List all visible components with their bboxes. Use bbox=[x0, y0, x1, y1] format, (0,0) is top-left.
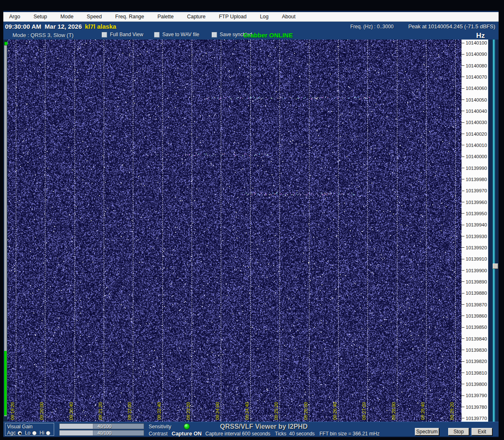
freq-tick-mark bbox=[462, 316, 464, 316]
freq-tick-mark bbox=[462, 179, 464, 179]
checkbox-option[interactable]: Full Band View bbox=[102, 32, 143, 37]
checkbox-label: Full Band View bbox=[110, 32, 143, 37]
menu-item[interactable]: Setup bbox=[32, 13, 49, 20]
action-button[interactable]: Exit bbox=[472, 428, 492, 435]
menu-item[interactable]: Log bbox=[258, 13, 270, 20]
freq-tick-mark bbox=[462, 213, 464, 214]
freq-tick-mark bbox=[462, 384, 464, 384]
peak-readout: Peak at 10140054.245 (-71.5 dBFS) bbox=[408, 23, 495, 30]
option-checkboxes: Full Band View Save to WAV file Save syn… bbox=[102, 32, 263, 37]
frequency-marker-thumb[interactable] bbox=[493, 264, 498, 269]
freq-tick-mark bbox=[462, 293, 464, 293]
frequency-label: 10139860 bbox=[462, 313, 488, 318]
frequency-label: 10139870 bbox=[462, 302, 488, 307]
checkbox-option[interactable]: Save to WAV file bbox=[154, 32, 200, 37]
freq-value: 10140090 bbox=[466, 52, 487, 57]
waterfall-display[interactable] bbox=[7, 40, 462, 422]
freq-tick-mark bbox=[462, 338, 464, 339]
frequency-label: 10140070 bbox=[462, 75, 488, 80]
freq-tick-mark bbox=[462, 395, 464, 396]
header-row: 09:30:00 AM Mar 12, 2026 kl7l alaska Fre… bbox=[3, 22, 499, 31]
menu-item[interactable]: Argo bbox=[7, 13, 22, 20]
freq-axis-unit: Hz bbox=[476, 32, 485, 40]
freq-value: 10140100 bbox=[466, 40, 487, 45]
freq-value: 10139930 bbox=[466, 234, 487, 239]
freq-value: 10140040 bbox=[466, 109, 487, 114]
menu-item[interactable]: Freq. Range bbox=[114, 13, 146, 20]
freq-value: 10139960 bbox=[466, 200, 487, 205]
freq-value: 10139870 bbox=[466, 302, 487, 307]
frequency-label: 10139820 bbox=[462, 359, 488, 364]
frequency-label: 10139850 bbox=[462, 325, 488, 330]
frequency-label: 10139840 bbox=[462, 336, 488, 341]
freq-tick-mark bbox=[462, 88, 464, 89]
control-bar: Visual Gain Agc Lo Hi 40/100 40/100 Sens… bbox=[3, 422, 499, 436]
menu-item[interactable]: Capture bbox=[185, 13, 207, 20]
checkbox-icon[interactable] bbox=[212, 32, 217, 37]
frequency-label: 10139770 bbox=[462, 416, 488, 421]
freq-value: 10140050 bbox=[466, 97, 487, 102]
capture-progress-fill bbox=[4, 351, 7, 415]
menu-bar: ArgoSetupModeSpeedFreq. RangePaletteCapt… bbox=[3, 12, 499, 22]
frequency-label: 10139910 bbox=[462, 256, 488, 261]
freq-value: 10139980 bbox=[466, 177, 487, 182]
freq-value: 10139840 bbox=[466, 336, 487, 341]
freq-tick-mark bbox=[462, 225, 464, 225]
freq-tick-mark bbox=[462, 77, 464, 77]
freq-value: 10139790 bbox=[466, 393, 487, 398]
freq-value: 10140020 bbox=[466, 132, 487, 137]
frequency-label: 10140020 bbox=[462, 132, 488, 137]
frequency-label: 10140090 bbox=[462, 52, 488, 57]
freq-value: 10139820 bbox=[466, 359, 487, 364]
frequency-label: 10139950 bbox=[462, 211, 488, 216]
freq-value: 10139940 bbox=[466, 222, 487, 227]
freq-tick-mark bbox=[462, 43, 464, 43]
frequency-label: 10139960 bbox=[462, 200, 488, 205]
action-button[interactable]: Spectrum bbox=[415, 428, 439, 435]
argo-app-window: ArgoSetupModeSpeedFreq. RangePaletteCapt… bbox=[3, 11, 499, 437]
frequency-label: 10139930 bbox=[462, 234, 488, 239]
frequency-label: 10140060 bbox=[462, 86, 488, 91]
freq-tick-mark bbox=[462, 168, 464, 168]
frequency-label: 10140080 bbox=[462, 63, 488, 68]
mode-label: Mode : QRSS 3, Slow (T) bbox=[12, 32, 74, 38]
frequency-label: 10140030 bbox=[462, 120, 488, 125]
checkbox-icon[interactable] bbox=[154, 32, 160, 37]
menu-item[interactable]: Palette bbox=[156, 13, 175, 20]
freq-range-readout: Freq. (Hz) : 0..3000 bbox=[350, 24, 394, 30]
freq-tick-mark bbox=[462, 202, 464, 202]
frequency-label: 10139900 bbox=[462, 268, 488, 273]
freq-tick-mark bbox=[462, 54, 464, 55]
main-area: 09:19:20 09:20:00 09:20:40 09:21:20 09:2… bbox=[3, 40, 499, 422]
frequency-label: 10139920 bbox=[462, 245, 488, 250]
waterfall-region: 09:19:20 09:20:00 09:20:40 09:21:20 09:2… bbox=[7, 40, 462, 422]
freq-value: 10139920 bbox=[466, 245, 487, 250]
freq-tick-mark bbox=[462, 191, 464, 191]
frequency-label: 10139830 bbox=[462, 348, 488, 353]
frequency-label: 10139890 bbox=[462, 279, 488, 284]
action-buttons: SpectrumStopExit bbox=[3, 422, 499, 436]
menu-item[interactable]: About bbox=[280, 13, 297, 20]
freq-value: 10139780 bbox=[466, 405, 487, 410]
action-button[interactable]: Stop bbox=[448, 428, 469, 435]
frequency-label: 10139940 bbox=[462, 222, 488, 227]
freq-tick-mark bbox=[462, 99, 464, 100]
frequency-label: 10140010 bbox=[462, 143, 488, 148]
frequency-label: 10139790 bbox=[462, 393, 488, 398]
menu-item[interactable]: Speed bbox=[85, 13, 103, 20]
freq-value: 10139880 bbox=[466, 291, 487, 296]
freq-tick-mark bbox=[462, 111, 464, 111]
freq-value: 10139990 bbox=[466, 166, 487, 171]
freq-value: 10139810 bbox=[466, 370, 487, 375]
freq-value: 10140060 bbox=[466, 86, 487, 91]
menu-item[interactable]: FTP Upload bbox=[217, 13, 248, 20]
freq-value: 10139970 bbox=[466, 188, 487, 193]
freq-value: 10139910 bbox=[466, 256, 487, 261]
freq-tick-mark bbox=[462, 407, 464, 407]
menu-item[interactable]: Mode bbox=[59, 13, 75, 20]
checkbox-icon[interactable] bbox=[102, 32, 107, 37]
capture-progress-bar bbox=[4, 43, 7, 416]
frequency-scale: 10140100 10140090 10140080 10140070 1014… bbox=[462, 40, 488, 422]
frequency-marker-track[interactable] bbox=[488, 40, 499, 422]
frequency-label: 10139810 bbox=[462, 370, 488, 375]
